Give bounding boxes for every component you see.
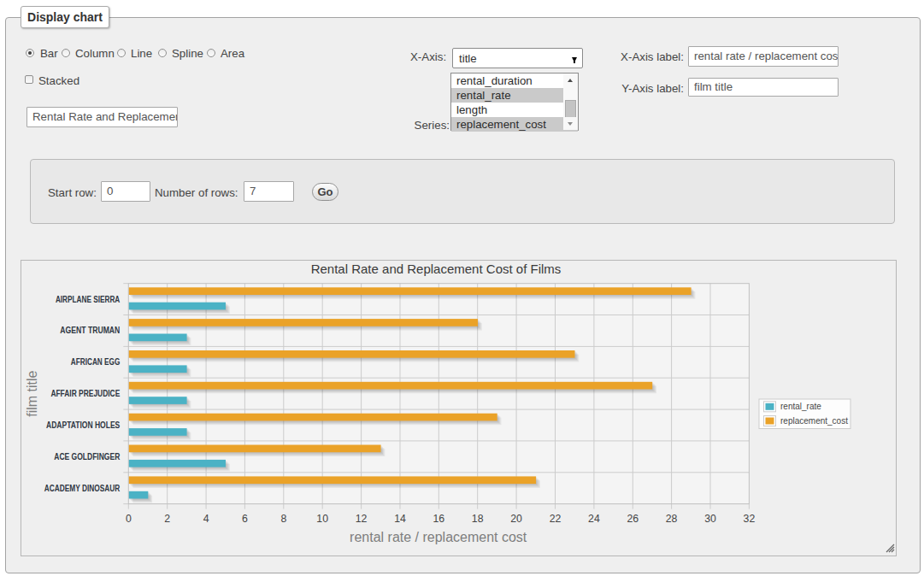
- svg-text:14: 14: [394, 513, 406, 525]
- svg-text:12: 12: [356, 513, 368, 525]
- svg-text:rental_rate: rental_rate: [780, 402, 821, 411]
- svg-text:28: 28: [666, 513, 678, 525]
- svg-text:film title: film title: [26, 370, 40, 416]
- svg-text:26: 26: [627, 513, 639, 525]
- svg-text:AGENT TRUMAN: AGENT TRUMAN: [60, 326, 120, 335]
- svg-text:replacement_cost: replacement_cost: [780, 416, 848, 426]
- svg-text:24: 24: [588, 513, 600, 525]
- svg-text:8: 8: [280, 513, 286, 525]
- svg-text:6: 6: [242, 513, 248, 525]
- svg-text:ACADEMY DINOSAUR: ACADEMY DINOSAUR: [44, 484, 121, 493]
- svg-text:AIRPLANE SIERRA: AIRPLANE SIERRA: [56, 295, 120, 304]
- svg-text:ADAPTATION HOLES: ADAPTATION HOLES: [46, 420, 121, 430]
- svg-text:AFFAIR PREJUDICE: AFFAIR PREJUDICE: [50, 389, 120, 398]
- svg-text:ACE GOLDFINGER: ACE GOLDFINGER: [54, 452, 121, 461]
- svg-text:0: 0: [126, 513, 132, 525]
- svg-text:4: 4: [203, 513, 209, 525]
- svg-text:18: 18: [472, 513, 484, 525]
- svg-text:22: 22: [550, 513, 562, 525]
- svg-text:16: 16: [433, 513, 444, 525]
- svg-text:2: 2: [164, 513, 170, 525]
- svg-text:rental rate / replacement cost: rental rate / replacement cost: [350, 530, 527, 544]
- svg-text:32: 32: [744, 513, 756, 525]
- svg-text:30: 30: [704, 513, 716, 525]
- svg-text:Rental Rate and Replacement Co: Rental Rate and Replacement Cost of Film…: [311, 262, 562, 276]
- svg-text:10: 10: [316, 513, 328, 525]
- svg-text:20: 20: [510, 513, 522, 525]
- svg-text:AFRICAN EGG: AFRICAN EGG: [71, 357, 121, 367]
